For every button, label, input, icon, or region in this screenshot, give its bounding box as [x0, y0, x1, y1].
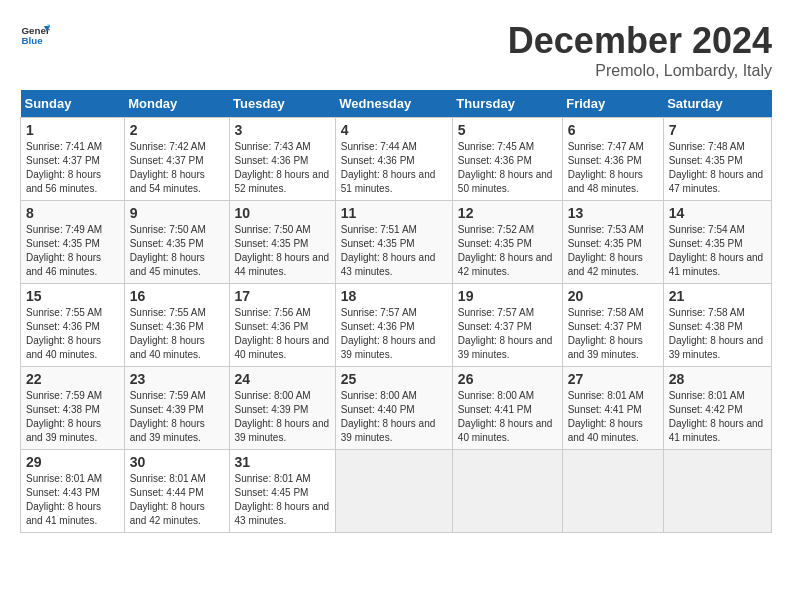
day-info: Sunrise: 7:56 AMSunset: 4:36 PMDaylight:…: [235, 307, 330, 360]
calendar-row-5: 29Sunrise: 8:01 AMSunset: 4:43 PMDayligh…: [21, 450, 772, 533]
calendar-cell: 12Sunrise: 7:52 AMSunset: 4:35 PMDayligh…: [452, 201, 562, 284]
day-info: Sunrise: 7:48 AMSunset: 4:35 PMDaylight:…: [669, 141, 764, 194]
calendar-row-2: 8Sunrise: 7:49 AMSunset: 4:35 PMDaylight…: [21, 201, 772, 284]
day-info: Sunrise: 8:01 AMSunset: 4:45 PMDaylight:…: [235, 473, 330, 526]
calendar-cell: 1Sunrise: 7:41 AMSunset: 4:37 PMDaylight…: [21, 118, 125, 201]
calendar-cell: 9Sunrise: 7:50 AMSunset: 4:35 PMDaylight…: [124, 201, 229, 284]
calendar-cell: 21Sunrise: 7:58 AMSunset: 4:38 PMDayligh…: [663, 284, 771, 367]
day-info: Sunrise: 7:50 AMSunset: 4:35 PMDaylight:…: [130, 224, 206, 277]
day-number: 27: [568, 371, 658, 387]
day-number: 21: [669, 288, 766, 304]
day-number: 5: [458, 122, 557, 138]
calendar-row-1: 1Sunrise: 7:41 AMSunset: 4:37 PMDaylight…: [21, 118, 772, 201]
logo-icon: General Blue: [20, 20, 50, 50]
calendar-cell: 14Sunrise: 7:54 AMSunset: 4:35 PMDayligh…: [663, 201, 771, 284]
day-number: 2: [130, 122, 224, 138]
day-number: 13: [568, 205, 658, 221]
calendar-table: Sunday Monday Tuesday Wednesday Thursday…: [20, 90, 772, 533]
calendar-cell: 27Sunrise: 8:01 AMSunset: 4:41 PMDayligh…: [562, 367, 663, 450]
day-info: Sunrise: 7:51 AMSunset: 4:35 PMDaylight:…: [341, 224, 436, 277]
calendar-cell: 30Sunrise: 8:01 AMSunset: 4:44 PMDayligh…: [124, 450, 229, 533]
logo: General Blue: [20, 20, 50, 50]
day-info: Sunrise: 7:52 AMSunset: 4:35 PMDaylight:…: [458, 224, 553, 277]
day-info: Sunrise: 7:57 AMSunset: 4:36 PMDaylight:…: [341, 307, 436, 360]
day-number: 30: [130, 454, 224, 470]
day-number: 25: [341, 371, 447, 387]
day-info: Sunrise: 7:49 AMSunset: 4:35 PMDaylight:…: [26, 224, 102, 277]
calendar-cell: 11Sunrise: 7:51 AMSunset: 4:35 PMDayligh…: [335, 201, 452, 284]
day-number: 17: [235, 288, 330, 304]
day-info: Sunrise: 7:45 AMSunset: 4:36 PMDaylight:…: [458, 141, 553, 194]
calendar-cell: 6Sunrise: 7:47 AMSunset: 4:36 PMDaylight…: [562, 118, 663, 201]
calendar-cell: 18Sunrise: 7:57 AMSunset: 4:36 PMDayligh…: [335, 284, 452, 367]
header-tuesday: Tuesday: [229, 90, 335, 118]
day-number: 26: [458, 371, 557, 387]
day-info: Sunrise: 7:47 AMSunset: 4:36 PMDaylight:…: [568, 141, 644, 194]
calendar-cell: 19Sunrise: 7:57 AMSunset: 4:37 PMDayligh…: [452, 284, 562, 367]
day-info: Sunrise: 7:50 AMSunset: 4:35 PMDaylight:…: [235, 224, 330, 277]
calendar-row-4: 22Sunrise: 7:59 AMSunset: 4:38 PMDayligh…: [21, 367, 772, 450]
calendar-cell: 17Sunrise: 7:56 AMSunset: 4:36 PMDayligh…: [229, 284, 335, 367]
day-number: 31: [235, 454, 330, 470]
calendar-cell: 23Sunrise: 7:59 AMSunset: 4:39 PMDayligh…: [124, 367, 229, 450]
day-info: Sunrise: 8:01 AMSunset: 4:42 PMDaylight:…: [669, 390, 764, 443]
title-area: December 2024 Premolo, Lombardy, Italy: [508, 20, 772, 80]
day-number: 9: [130, 205, 224, 221]
day-number: 20: [568, 288, 658, 304]
day-info: Sunrise: 7:54 AMSunset: 4:35 PMDaylight:…: [669, 224, 764, 277]
calendar-cell: 22Sunrise: 7:59 AMSunset: 4:38 PMDayligh…: [21, 367, 125, 450]
day-number: 15: [26, 288, 119, 304]
calendar-cell: 4Sunrise: 7:44 AMSunset: 4:36 PMDaylight…: [335, 118, 452, 201]
day-number: 29: [26, 454, 119, 470]
day-number: 22: [26, 371, 119, 387]
day-number: 1: [26, 122, 119, 138]
calendar-cell: 29Sunrise: 8:01 AMSunset: 4:43 PMDayligh…: [21, 450, 125, 533]
svg-text:Blue: Blue: [22, 35, 44, 46]
day-info: Sunrise: 8:00 AMSunset: 4:40 PMDaylight:…: [341, 390, 436, 443]
header-saturday: Saturday: [663, 90, 771, 118]
day-info: Sunrise: 8:01 AMSunset: 4:41 PMDaylight:…: [568, 390, 644, 443]
page-header: General Blue December 2024 Premolo, Lomb…: [20, 20, 772, 80]
calendar-cell: 28Sunrise: 8:01 AMSunset: 4:42 PMDayligh…: [663, 367, 771, 450]
day-info: Sunrise: 7:57 AMSunset: 4:37 PMDaylight:…: [458, 307, 553, 360]
calendar-cell: 26Sunrise: 8:00 AMSunset: 4:41 PMDayligh…: [452, 367, 562, 450]
day-number: 14: [669, 205, 766, 221]
calendar-cell: [562, 450, 663, 533]
header-wednesday: Wednesday: [335, 90, 452, 118]
day-info: Sunrise: 7:44 AMSunset: 4:36 PMDaylight:…: [341, 141, 436, 194]
calendar-cell: 25Sunrise: 8:00 AMSunset: 4:40 PMDayligh…: [335, 367, 452, 450]
day-number: 4: [341, 122, 447, 138]
calendar-cell: 16Sunrise: 7:55 AMSunset: 4:36 PMDayligh…: [124, 284, 229, 367]
day-info: Sunrise: 7:59 AMSunset: 4:38 PMDaylight:…: [26, 390, 102, 443]
day-number: 3: [235, 122, 330, 138]
day-number: 16: [130, 288, 224, 304]
calendar-cell: 2Sunrise: 7:42 AMSunset: 4:37 PMDaylight…: [124, 118, 229, 201]
day-info: Sunrise: 7:55 AMSunset: 4:36 PMDaylight:…: [26, 307, 102, 360]
calendar-header-row: Sunday Monday Tuesday Wednesday Thursday…: [21, 90, 772, 118]
month-title: December 2024: [508, 20, 772, 62]
day-number: 19: [458, 288, 557, 304]
day-number: 18: [341, 288, 447, 304]
day-number: 6: [568, 122, 658, 138]
calendar-cell: 15Sunrise: 7:55 AMSunset: 4:36 PMDayligh…: [21, 284, 125, 367]
day-info: Sunrise: 8:00 AMSunset: 4:39 PMDaylight:…: [235, 390, 330, 443]
day-info: Sunrise: 7:58 AMSunset: 4:38 PMDaylight:…: [669, 307, 764, 360]
day-number: 11: [341, 205, 447, 221]
calendar-cell: 7Sunrise: 7:48 AMSunset: 4:35 PMDaylight…: [663, 118, 771, 201]
day-info: Sunrise: 7:55 AMSunset: 4:36 PMDaylight:…: [130, 307, 206, 360]
header-friday: Friday: [562, 90, 663, 118]
day-number: 23: [130, 371, 224, 387]
header-monday: Monday: [124, 90, 229, 118]
day-info: Sunrise: 7:58 AMSunset: 4:37 PMDaylight:…: [568, 307, 644, 360]
calendar-cell: 13Sunrise: 7:53 AMSunset: 4:35 PMDayligh…: [562, 201, 663, 284]
calendar-cell: 5Sunrise: 7:45 AMSunset: 4:36 PMDaylight…: [452, 118, 562, 201]
day-info: Sunrise: 8:00 AMSunset: 4:41 PMDaylight:…: [458, 390, 553, 443]
day-info: Sunrise: 7:53 AMSunset: 4:35 PMDaylight:…: [568, 224, 644, 277]
location-title: Premolo, Lombardy, Italy: [508, 62, 772, 80]
day-info: Sunrise: 7:43 AMSunset: 4:36 PMDaylight:…: [235, 141, 330, 194]
calendar-cell: [663, 450, 771, 533]
calendar-cell: 24Sunrise: 8:00 AMSunset: 4:39 PMDayligh…: [229, 367, 335, 450]
calendar-cell: 20Sunrise: 7:58 AMSunset: 4:37 PMDayligh…: [562, 284, 663, 367]
day-number: 28: [669, 371, 766, 387]
day-info: Sunrise: 7:41 AMSunset: 4:37 PMDaylight:…: [26, 141, 102, 194]
